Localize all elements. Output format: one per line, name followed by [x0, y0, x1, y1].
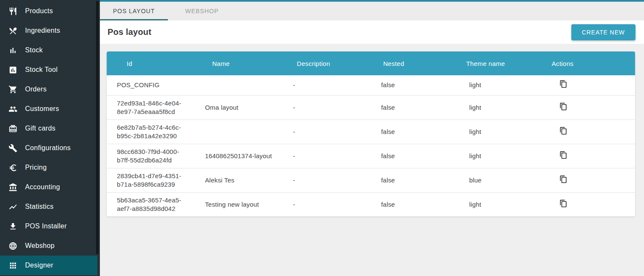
copy-icon [559, 127, 567, 135]
pos-layout-table-card: Id Name Description Nested Theme name Ac… [107, 51, 635, 216]
cell-id: POS_CONFIG [107, 75, 195, 95]
cell-actions [547, 120, 635, 144]
tab-webshop[interactable]: WEBSHOP [168, 2, 236, 20]
cell-id: 72ed93a1-846c-4e04-8e97-7a5eaaa5f8cd [107, 95, 195, 120]
sidebar-item-label: Stock [25, 46, 43, 54]
cell-description: - [283, 168, 371, 192]
sidebar-item-products[interactable]: Products [0, 1, 97, 21]
sidebar-item-statistics[interactable]: Statistics [0, 197, 97, 216]
sidebar-item-configurations[interactable]: Configurations [0, 138, 97, 158]
copy-icon [559, 199, 567, 208]
cell-nested: false [371, 144, 459, 168]
copy-button[interactable] [559, 127, 570, 137]
cell-description: - [283, 144, 371, 168]
restaurant-icon [8, 6, 17, 16]
column-header-nested: Nested [371, 51, 459, 75]
sidebar-scrollbar[interactable] [96, 0, 99, 276]
cell-theme: light [459, 120, 547, 144]
sidebar-item-gift-cards[interactable]: Gift cards [0, 119, 97, 138]
create-new-button[interactable]: CREATE NEW [571, 24, 635, 40]
copy-button[interactable] [559, 102, 570, 113]
copy-button[interactable] [559, 175, 570, 185]
cell-actions [547, 168, 635, 192]
cell-actions [547, 192, 635, 216]
sidebar-item-accounting[interactable]: Accounting [0, 177, 97, 197]
table-row: 2839cb41-d7e9-4351-b71a-5898f6ca9239 Ale… [107, 168, 635, 192]
copy-icon [559, 80, 567, 88]
sidebar-item-label: Products [25, 7, 53, 15]
sidebar-item-label: Designer [25, 262, 53, 269]
sidebar-scrollbar-thumb[interactable] [96, 1, 99, 254]
utensils-crossed-icon [8, 26, 17, 35]
cell-theme: light [459, 192, 547, 216]
tab-label: POS LAYOUT [113, 8, 155, 14]
cell-id: 5b63aca5-3657-4ea5-aef7-a8835d98d042 [107, 192, 195, 216]
sidebar-item-label: POS Installer [25, 222, 67, 230]
tab-bar: POS LAYOUT WEBSHOP [100, 2, 644, 20]
sidebar-item-customers[interactable]: Customers [0, 99, 97, 119]
sidebar-item-label: Orders [25, 85, 47, 93]
tab-pos-layout[interactable]: POS LAYOUT [100, 2, 168, 20]
cell-description: - [283, 75, 371, 95]
sidebar-item-webshop[interactable]: Webshop [0, 236, 97, 256]
sidebar-item-ingredients[interactable]: Ingredients [0, 21, 97, 40]
page-title: Pos layout [108, 27, 151, 37]
sidebar-item-label: Statistics [25, 203, 54, 211]
gift-card-icon [8, 124, 17, 133]
copy-icon [559, 151, 567, 159]
cell-theme: light [459, 144, 547, 168]
cell-nested: false [371, 120, 459, 144]
column-header-description: Description [283, 51, 371, 75]
copy-button[interactable] [559, 80, 570, 90]
cell-nested: false [371, 95, 459, 120]
sidebar-item-label: Configurations [25, 144, 71, 152]
sidebar-item-pos-installer[interactable]: POS Installer [0, 216, 97, 236]
cell-theme: light [459, 75, 547, 95]
sidebar-nav: Products Ingredients Stock Stock Tool Or [0, 0, 100, 275]
sidebar-item-label: Gift cards [25, 125, 55, 132]
column-header-actions: Actions [547, 51, 635, 75]
sidebar-item-label: Stock Tool [25, 66, 58, 74]
page-header: Pos layout CREATE NEW [100, 20, 644, 44]
tab-label: WEBSHOP [185, 8, 219, 14]
copy-button[interactable] [559, 151, 570, 161]
grid-icon [8, 261, 17, 270]
cell-description: - [283, 120, 371, 144]
cell-id: 2839cb41-d7e9-4351-b71a-5898f6ca9239 [107, 168, 195, 192]
cell-name: Oma layout [195, 95, 283, 120]
tab-active-indicator [100, 19, 168, 20]
assessment-icon [8, 65, 17, 74]
shopping-cart-icon [8, 85, 17, 94]
main-content: POS LAYOUT WEBSHOP Pos layout CREATE NEW… [100, 0, 644, 276]
sidebar-item-stock[interactable]: Stock [0, 40, 97, 60]
pos-layout-table: Id Name Description Nested Theme name Ac… [107, 51, 635, 216]
table-row: 6e82b7a5-b274-4c6c-b95c-2b81a42e3290 - f… [107, 120, 635, 144]
sidebar-item-designer[interactable]: Designer [0, 256, 97, 275]
cell-name [195, 75, 283, 95]
cell-actions [547, 75, 635, 95]
cell-nested: false [371, 192, 459, 216]
table-row: 98cc6830-7f9d-4000-b7ff-55d2db6a24fd 164… [107, 144, 635, 168]
bar-chart-icon [8, 46, 17, 55]
people-icon [8, 104, 17, 114]
sidebar-item-orders[interactable]: Orders [0, 80, 97, 99]
sidebar-item-pricing[interactable]: Pricing [0, 158, 97, 177]
sidebar-item-stock-tool[interactable]: Stock Tool [0, 60, 97, 80]
cell-name: Aleksi Tes [195, 168, 283, 192]
sidebar-item-label: Customers [25, 105, 59, 113]
cell-description: - [283, 192, 371, 216]
cell-actions [547, 144, 635, 168]
download-icon [8, 222, 17, 231]
sidebar-item-label: Pricing [25, 164, 47, 171]
cell-theme: blue [459, 168, 547, 192]
column-header-theme-name: Theme name [459, 51, 547, 75]
wrench-icon [8, 143, 17, 153]
cell-actions [547, 95, 635, 120]
sidebar: Products Ingredients Stock Stock Tool Or [0, 0, 100, 276]
table-row: 5b63aca5-3657-4ea5-aef7-a8835d98d042 Tes… [107, 192, 635, 216]
cell-name: 1640862501374-layout [195, 144, 283, 168]
cell-name: Testing new layout [195, 192, 283, 216]
table-row: POS_CONFIG - false light [107, 75, 635, 95]
copy-button[interactable] [559, 199, 570, 210]
euro-icon [8, 163, 17, 172]
